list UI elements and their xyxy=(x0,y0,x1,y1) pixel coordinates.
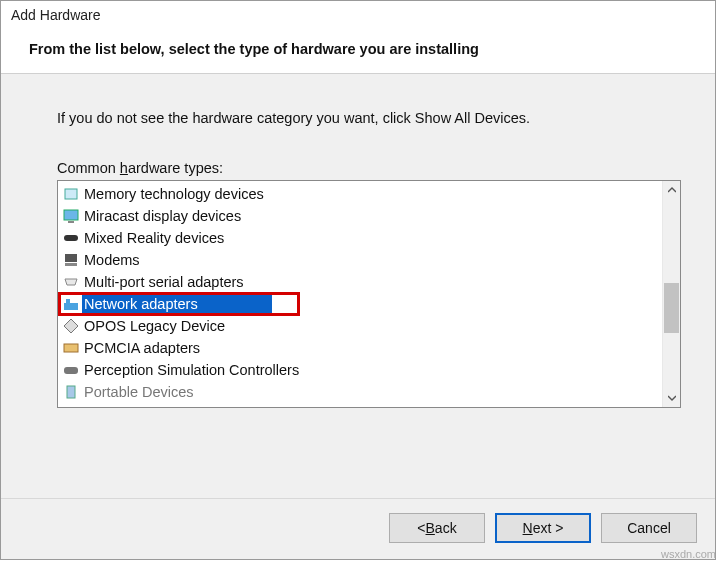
cancel-button[interactable]: Cancel xyxy=(601,513,697,543)
list-label: Common hardware types: xyxy=(57,160,681,176)
watermark: wsxdn.com xyxy=(661,548,716,560)
list-items-container: Memory technology devicesMiracast displa… xyxy=(58,181,662,407)
svg-rect-4 xyxy=(65,254,77,262)
dialog-body: If you do not see the hardware category … xyxy=(1,73,715,498)
list-item[interactable]: Perception Simulation Controllers xyxy=(58,359,662,381)
list-label-accel: h xyxy=(120,160,128,176)
scroll-thumb[interactable] xyxy=(664,283,679,333)
list-item-label: Mixed Reality devices xyxy=(84,230,224,246)
list-item[interactable]: PCMCIA adapters xyxy=(58,337,662,359)
chevron-down-icon xyxy=(668,395,676,401)
scroll-down-button[interactable] xyxy=(663,389,680,407)
svg-rect-2 xyxy=(68,221,74,223)
svg-rect-0 xyxy=(65,189,77,199)
svg-rect-5 xyxy=(65,263,77,266)
list-item-label: PCMCIA adapters xyxy=(84,340,200,356)
chevron-up-icon xyxy=(668,187,676,193)
headset-icon xyxy=(62,229,80,247)
list-item[interactable]: Modems xyxy=(58,249,662,271)
back-text: ack xyxy=(435,520,457,536)
svg-rect-8 xyxy=(64,344,78,352)
back-accel: B xyxy=(426,520,435,536)
list-item[interactable]: Portable Devices xyxy=(58,381,662,403)
scroll-up-button[interactable] xyxy=(663,181,680,199)
list-label-post: ardware types: xyxy=(128,160,223,176)
dialog-title: Add Hardware xyxy=(1,1,715,27)
diamond-icon xyxy=(62,317,80,335)
list-item-label: Network adapters xyxy=(84,296,198,312)
back-button[interactable]: < Back xyxy=(389,513,485,543)
list-item[interactable]: Network adapters xyxy=(58,293,662,315)
scrollbar[interactable] xyxy=(662,181,680,407)
list-item-label: Portable Devices xyxy=(84,384,194,400)
serial-icon xyxy=(62,273,80,291)
monitor-icon xyxy=(62,207,80,225)
back-arrow: < xyxy=(417,520,425,536)
card-icon xyxy=(62,339,80,357)
next-button[interactable]: Next > xyxy=(495,513,591,543)
dialog-header: From the list below, select the type of … xyxy=(1,27,715,73)
list-item-label: Modems xyxy=(84,252,140,268)
list-item-label: Miracast display devices xyxy=(84,208,241,224)
next-text: ext > xyxy=(533,520,564,536)
list-item-label: Perception Simulation Controllers xyxy=(84,362,299,378)
list-item-label: Multi-port serial adapters xyxy=(84,274,244,290)
list-item[interactable]: Memory technology devices xyxy=(58,183,662,205)
list-item[interactable]: Multi-port serial adapters xyxy=(58,271,662,293)
scroll-track[interactable] xyxy=(663,199,680,389)
svg-rect-6 xyxy=(64,303,78,310)
next-accel: N xyxy=(523,520,533,536)
chip-icon xyxy=(62,185,80,203)
list-item[interactable]: OPOS Legacy Device xyxy=(58,315,662,337)
hint-text: If you do not see the hardware category … xyxy=(57,110,681,126)
svg-rect-3 xyxy=(64,235,78,241)
list-item[interactable]: Mixed Reality devices xyxy=(58,227,662,249)
list-item-label: Memory technology devices xyxy=(84,186,264,202)
svg-rect-1 xyxy=(64,210,78,220)
list-label-pre: Common xyxy=(57,160,120,176)
network-icon xyxy=(62,295,80,313)
svg-rect-9 xyxy=(64,367,78,374)
controller-icon xyxy=(62,361,80,379)
svg-rect-10 xyxy=(67,386,75,398)
svg-rect-7 xyxy=(66,299,70,303)
modem-icon xyxy=(62,251,80,269)
hardware-types-listbox[interactable]: Memory technology devicesMiracast displa… xyxy=(57,180,681,408)
add-hardware-dialog: Add Hardware From the list below, select… xyxy=(0,0,716,560)
dialog-footer: < Back Next > Cancel xyxy=(1,498,715,559)
portable-icon xyxy=(62,383,80,401)
list-item-label: OPOS Legacy Device xyxy=(84,318,225,334)
list-item[interactable]: Miracast display devices xyxy=(58,205,662,227)
